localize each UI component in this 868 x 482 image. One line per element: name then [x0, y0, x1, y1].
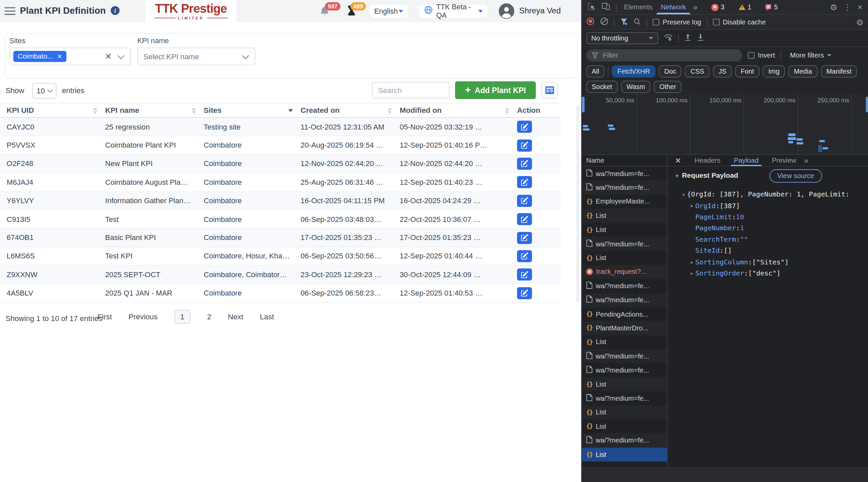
request-list-header[interactable]: Name: [582, 154, 667, 166]
page-size-select[interactable]: 10: [32, 83, 57, 98]
settings-gear-icon[interactable]: ⚙: [830, 3, 837, 11]
collapse-caret-icon[interactable]: ▾: [680, 191, 687, 197]
payload-entry-row[interactable]: ▸SortingColumn: ["Sites"]: [668, 256, 868, 268]
kpi-name-select[interactable]: Select KPI name: [137, 47, 255, 65]
network-request-row[interactable]: {}List: [582, 208, 667, 223]
network-request-row[interactable]: wa/?medium=fe...: [582, 181, 667, 195]
pagination-previous[interactable]: Previous: [129, 313, 158, 321]
column-header-kpi-name[interactable]: KPI name: [105, 106, 204, 115]
record-network-log-icon[interactable]: [586, 18, 595, 27]
chip-remove-icon[interactable]: ✕: [57, 54, 62, 60]
network-request-row[interactable]: {}List: [582, 251, 667, 265]
network-settings-gear-icon[interactable]: ⚙: [856, 18, 864, 27]
filter-chip-css[interactable]: CSS: [685, 65, 710, 77]
timeline-right-handle[interactable]: [866, 97, 868, 112]
network-request-row[interactable]: wa/?medium=fe...: [582, 433, 667, 448]
console-warnings-badge[interactable]: 1: [738, 3, 751, 11]
network-request-row[interactable]: {}List: [582, 419, 667, 433]
network-filter-field[interactable]: [586, 49, 742, 61]
edit-kpi-button[interactable]: [517, 250, 532, 262]
search-icon[interactable]: [633, 18, 641, 27]
pagination-2[interactable]: 2: [207, 313, 211, 321]
import-har-icon[interactable]: [684, 33, 691, 43]
hamburger-menu-icon[interactable]: [4, 7, 16, 17]
search-input[interactable]: [372, 82, 450, 99]
sites-multiselect[interactable]: Coimbato... ✕ ✕: [9, 47, 131, 65]
network-request-row[interactable]: {}List: [582, 448, 667, 461]
network-request-row[interactable]: {}PendingActions...: [582, 307, 667, 321]
language-selector[interactable]: English: [369, 4, 408, 19]
close-devtools-icon[interactable]: ×: [857, 3, 862, 11]
devtools-bottom-scrollbar[interactable]: [582, 468, 868, 482]
network-request-row[interactable]: wa/?medium=fe...: [582, 349, 667, 363]
console-errors-badge[interactable]: ✕ 3: [711, 3, 724, 11]
network-conditions-icon[interactable]: [664, 34, 673, 43]
edit-kpi-button[interactable]: [517, 232, 532, 244]
column-header-sites[interactable]: Sites: [204, 106, 300, 115]
filter-chip-other[interactable]: Other: [654, 81, 682, 93]
column-header-action[interactable]: Action: [517, 106, 561, 115]
network-request-row[interactable]: {}PlantMasterDro...: [582, 321, 667, 335]
payload-entry-row[interactable]: ▸SortingOrder: ["desc"]: [668, 268, 868, 279]
filter-funnel-icon[interactable]: [620, 18, 627, 27]
sort-icon[interactable]: [93, 107, 97, 114]
view-source-button[interactable]: View source: [770, 169, 822, 183]
kebab-menu-icon[interactable]: ⋮: [843, 3, 851, 11]
pagination-first[interactable]: First: [97, 313, 112, 321]
clear-network-log-icon[interactable]: [600, 18, 609, 27]
selected-site-chip[interactable]: Coimbato... ✕: [13, 51, 67, 62]
issues-badge[interactable]: 5: [765, 3, 778, 11]
more-detail-tabs-icon[interactable]: »: [804, 156, 808, 164]
network-request-row[interactable]: {}List: [582, 377, 667, 391]
timeline-left-handle[interactable]: [582, 97, 584, 112]
chevron-down-icon[interactable]: [242, 52, 249, 59]
expand-caret-icon[interactable]: ▸: [688, 202, 695, 208]
tab-network[interactable]: Network: [660, 0, 687, 14]
network-request-row[interactable]: {}List: [582, 223, 667, 237]
payload-summary-row[interactable]: ▾{OrgId: [387], PageNumber: 1, PageLimit…: [668, 189, 868, 200]
network-request-row[interactable]: wa/?medium=fe...: [582, 363, 667, 377]
export-har-icon[interactable]: [697, 33, 704, 43]
payload-entry-row[interactable]: SiteId: []: [668, 245, 868, 256]
inspect-element-icon[interactable]: [587, 2, 596, 12]
pagination-1[interactable]: 1: [174, 310, 190, 324]
add-plant-kpi-button[interactable]: + Add Plant KPI: [455, 81, 536, 99]
tab-headers[interactable]: Headers: [689, 154, 726, 166]
edit-kpi-button[interactable]: [517, 176, 532, 188]
close-details-icon[interactable]: ✕: [675, 156, 681, 164]
filter-chip-font[interactable]: Font: [735, 65, 760, 77]
expand-caret-icon[interactable]: ▸: [688, 259, 695, 265]
payload-entry-row[interactable]: PageNumber: 1: [668, 223, 868, 234]
invert-checkbox[interactable]: Invert: [748, 51, 775, 59]
network-request-row[interactable]: wa/?medium=fe...: [582, 279, 667, 293]
edit-kpi-button[interactable]: [517, 194, 532, 206]
network-request-row[interactable]: wa/?medium=fe...: [582, 293, 667, 307]
edit-kpi-button[interactable]: [517, 121, 532, 133]
tab-payload[interactable]: Payload: [728, 154, 764, 166]
environment-selector[interactable]: TTK Beta - QA: [418, 4, 488, 19]
sort-desc-icon[interactable]: [288, 109, 293, 112]
payload-entry-row[interactable]: ▸OrgId: [387]: [668, 200, 868, 211]
scrollbar[interactable]: [576, 105, 580, 302]
more-tabs-icon[interactable]: »: [693, 3, 698, 11]
sort-icon[interactable]: [388, 107, 392, 114]
sort-icon[interactable]: [191, 107, 196, 114]
column-header-created-on[interactable]: Created on: [301, 106, 400, 115]
filter-chip-manifest[interactable]: Manifest: [821, 65, 857, 77]
clear-selection-icon[interactable]: ✕: [105, 52, 112, 62]
payload-entry-row[interactable]: SearchTerm: "": [668, 234, 868, 245]
network-overview-timeline[interactable]: 50,000 ms100,000 ms150,000 ms200,000 ms2…: [582, 94, 868, 155]
expand-caret-icon[interactable]: ▸: [688, 270, 695, 276]
network-filter-input[interactable]: [602, 51, 715, 59]
tab-preview[interactable]: Preview: [766, 154, 802, 166]
tab-elements[interactable]: Elements: [623, 0, 654, 14]
sort-icon[interactable]: [505, 107, 509, 114]
network-request-row[interactable]: ✕track_request?...: [582, 265, 667, 279]
info-icon[interactable]: i: [111, 6, 120, 15]
edit-kpi-button[interactable]: [517, 268, 532, 281]
edit-kpi-button[interactable]: [517, 158, 532, 170]
preserve-log-checkbox[interactable]: Preserve log: [653, 19, 701, 26]
network-request-row[interactable]: wa/?medium=fe...: [582, 167, 667, 181]
filter-chip-all[interactable]: All: [586, 65, 605, 77]
pagination-next[interactable]: Next: [228, 313, 244, 321]
